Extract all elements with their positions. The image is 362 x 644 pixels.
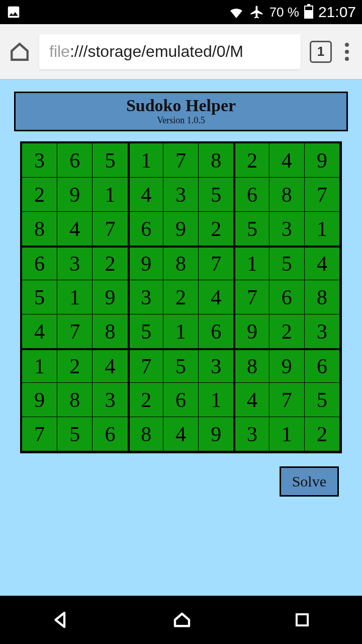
- sudoku-cell[interactable]: 8: [305, 280, 340, 314]
- sudoku-cell[interactable]: 7: [163, 143, 199, 178]
- sudoku-cell[interactable]: 5: [163, 349, 199, 383]
- sudoku-cell[interactable]: 3: [57, 246, 93, 280]
- sudoku-cell[interactable]: 6: [163, 383, 199, 417]
- sudoku-cell[interactable]: 4: [234, 383, 269, 417]
- app-header: Sudoko Helper Version 1.0.5: [14, 92, 348, 131]
- sudoku-cell[interactable]: 2: [163, 280, 199, 314]
- sudoku-cell[interactable]: 8: [163, 246, 199, 280]
- sudoku-cell[interactable]: 9: [128, 246, 163, 280]
- sudoku-cell[interactable]: 5: [234, 212, 269, 246]
- tab-switcher-button[interactable]: 1: [310, 41, 332, 63]
- clock-text: 21:07: [318, 4, 356, 21]
- sudoku-cell[interactable]: 2: [199, 212, 234, 246]
- sudoku-cell[interactable]: 3: [234, 417, 269, 451]
- sudoku-cell[interactable]: 3: [199, 349, 234, 383]
- sudoku-cell[interactable]: 5: [57, 417, 93, 451]
- back-button[interactable]: [50, 609, 71, 630]
- sudoku-cell[interactable]: 2: [269, 314, 305, 349]
- browser-toolbar: file:///storage/emulated/0/M 1: [0, 24, 362, 79]
- sudoku-cell[interactable]: 3: [305, 314, 340, 349]
- sudoku-cell[interactable]: 8: [199, 143, 234, 178]
- sudoku-cell[interactable]: 6: [234, 178, 269, 212]
- home-icon[interactable]: [9, 41, 30, 62]
- sudoku-cell[interactable]: 6: [22, 246, 57, 280]
- sudoku-cell[interactable]: 2: [57, 349, 93, 383]
- sudoku-cell[interactable]: 4: [57, 212, 93, 246]
- sudoku-cell[interactable]: 8: [57, 383, 93, 417]
- sudoku-cell[interactable]: 1: [57, 280, 93, 314]
- app-title: Sudoko Helper: [16, 96, 346, 115]
- sudoku-cell[interactable]: 8: [128, 417, 163, 451]
- sudoku-cell[interactable]: 1: [269, 417, 305, 451]
- sudoku-cell[interactable]: 4: [93, 349, 128, 383]
- sudoku-cell[interactable]: 6: [269, 280, 305, 314]
- sudoku-cell[interactable]: 1: [93, 178, 128, 212]
- url-bar[interactable]: file:///storage/emulated/0/M: [39, 34, 301, 69]
- sudoku-cell[interactable]: 3: [93, 383, 128, 417]
- sudoku-cell[interactable]: 5: [22, 280, 57, 314]
- sudoku-cell[interactable]: 6: [93, 417, 128, 451]
- sudoku-cell[interactable]: 2: [22, 178, 57, 212]
- sudoku-cell[interactable]: 4: [163, 417, 199, 451]
- sudoku-cell[interactable]: 5: [93, 143, 128, 178]
- sudoku-cell[interactable]: 8: [22, 212, 57, 246]
- sudoku-cell[interactable]: 2: [93, 246, 128, 280]
- sudoku-cell[interactable]: 4: [128, 178, 163, 212]
- sudoku-cell[interactable]: 9: [163, 212, 199, 246]
- sudoku-cell[interactable]: 8: [93, 314, 128, 349]
- sudoku-cell[interactable]: 7: [22, 417, 57, 451]
- sudoku-cell[interactable]: 6: [128, 212, 163, 246]
- sudoku-cell[interactable]: 4: [22, 314, 57, 349]
- sudoku-cell[interactable]: 2: [305, 417, 340, 451]
- sudoku-cell[interactable]: 3: [163, 178, 199, 212]
- sudoku-cell[interactable]: 9: [22, 383, 57, 417]
- sudoku-cell[interactable]: 6: [305, 349, 340, 383]
- sudoku-cell[interactable]: 3: [128, 280, 163, 314]
- sudoku-cell[interactable]: 9: [93, 280, 128, 314]
- overflow-menu-button[interactable]: [341, 41, 353, 63]
- sudoku-cell[interactable]: 3: [22, 143, 57, 178]
- recent-apps-button[interactable]: [293, 610, 312, 629]
- airplane-icon: [249, 5, 264, 20]
- solve-button[interactable]: Solve: [280, 466, 339, 497]
- sudoku-cell[interactable]: 7: [57, 314, 93, 349]
- sudoku-cell[interactable]: 2: [234, 143, 269, 178]
- sudoku-cell[interactable]: 1: [128, 143, 163, 178]
- sudoku-cell[interactable]: 2: [128, 383, 163, 417]
- sudoku-cell[interactable]: 5: [269, 246, 305, 280]
- sudoku-cell[interactable]: 6: [57, 143, 93, 178]
- sudoku-cell[interactable]: 4: [199, 280, 234, 314]
- sudoku-cell[interactable]: 5: [199, 178, 234, 212]
- sudoku-cell[interactable]: 9: [305, 143, 340, 178]
- sudoku-grid: 3651782492914356878476925316329871545193…: [20, 141, 342, 453]
- sudoku-cell[interactable]: 1: [199, 383, 234, 417]
- sudoku-cell[interactable]: 4: [269, 143, 305, 178]
- sudoku-cell[interactable]: 8: [269, 178, 305, 212]
- sudoku-cell[interactable]: 9: [234, 314, 269, 349]
- android-status-bar: 70 % 21:07: [0, 0, 362, 24]
- sudoku-cell[interactable]: 1: [163, 314, 199, 349]
- sudoku-cell[interactable]: 1: [234, 246, 269, 280]
- sudoku-cell[interactable]: 1: [22, 349, 57, 383]
- sudoku-cell[interactable]: 7: [199, 246, 234, 280]
- sudoku-cell[interactable]: 7: [128, 349, 163, 383]
- sudoku-cell[interactable]: 7: [305, 178, 340, 212]
- sudoku-cell[interactable]: 1: [305, 212, 340, 246]
- sudoku-cell[interactable]: 9: [269, 349, 305, 383]
- sudoku-cell[interactable]: 5: [128, 314, 163, 349]
- sudoku-cell[interactable]: 9: [57, 178, 93, 212]
- sudoku-cell[interactable]: 5: [305, 383, 340, 417]
- svg-rect-0: [297, 614, 308, 625]
- sudoku-cell[interactable]: 9: [199, 417, 234, 451]
- sudoku-cell[interactable]: 7: [234, 280, 269, 314]
- home-button[interactable]: [171, 609, 193, 630]
- sudoku-cell[interactable]: 8: [234, 349, 269, 383]
- page-content: Sudoko Helper Version 1.0.5 365178249291…: [0, 79, 362, 596]
- sudoku-cell[interactable]: 6: [199, 314, 234, 349]
- wifi-icon: [228, 4, 244, 20]
- battery-icon: [304, 6, 313, 19]
- sudoku-cell[interactable]: 4: [305, 246, 340, 280]
- sudoku-cell[interactable]: 7: [269, 383, 305, 417]
- sudoku-cell[interactable]: 7: [93, 212, 128, 246]
- sudoku-cell[interactable]: 3: [269, 212, 305, 246]
